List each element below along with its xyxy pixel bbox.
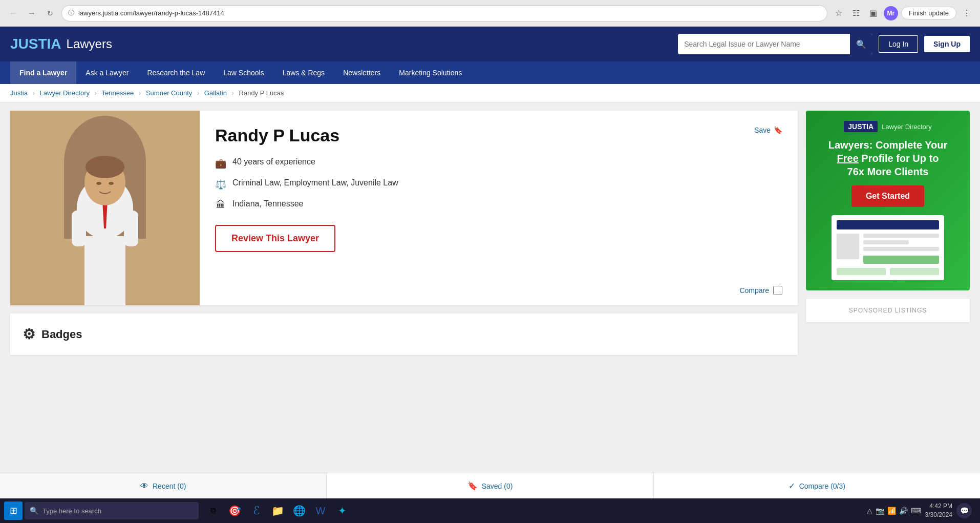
nav-research-law[interactable]: Research the Law bbox=[138, 61, 214, 84]
menu-icon[interactable]: ⋮ bbox=[960, 6, 974, 20]
sponsored-label: SPONSORED LISTINGS bbox=[814, 307, 962, 314]
taskbar-app-edge[interactable]: ℰ bbox=[246, 500, 266, 521]
nav-newsletters[interactable]: Newsletters bbox=[334, 61, 390, 84]
refresh-button[interactable]: ↻ bbox=[43, 6, 57, 20]
breadcrumb-sep-1: › bbox=[33, 89, 35, 97]
sponsored-listings-card: SPONSORED LISTINGS bbox=[806, 299, 970, 322]
practice-areas-text: Criminal Law, Employment Law, Juvenile L… bbox=[232, 178, 398, 187]
mockup-cta-line bbox=[863, 256, 939, 264]
ad-banner: JUSTIA Lawyer Directory Lawyers: Complet… bbox=[806, 111, 970, 290]
breadcrumb-gallatin[interactable]: Gallatin bbox=[204, 89, 227, 97]
address-bar[interactable]: ⓘ lawyers.justia.com/lawyer/randy-p-luca… bbox=[61, 5, 827, 22]
ad-headline-line1: Lawyers: Complete Your bbox=[828, 139, 948, 151]
lawyer-name: Randy P Lucas bbox=[215, 126, 782, 145]
nav-law-schools[interactable]: Law Schools bbox=[214, 61, 273, 84]
content-left: Randy P Lucas Save 🔖 💼 40 years of exper… bbox=[10, 111, 798, 355]
justia-logo-text: JUSTIA bbox=[10, 36, 61, 52]
sys-icon-3: 📶 bbox=[887, 507, 896, 515]
svg-point-7 bbox=[96, 182, 101, 185]
nav-laws-regs[interactable]: Laws & Regs bbox=[273, 61, 334, 84]
compare-checkbox[interactable] bbox=[773, 286, 782, 295]
search-button[interactable]: 🔍 bbox=[850, 34, 872, 54]
mockup-line-1 bbox=[863, 234, 939, 238]
tab-recent-label: Recent (0) bbox=[153, 482, 186, 490]
main-nav: Find a Lawyer Ask a Lawyer Research the … bbox=[0, 61, 980, 84]
badges-title: Badges bbox=[41, 328, 82, 341]
practice-areas-row: ⚖️ Criminal Law, Employment Law, Juvenil… bbox=[215, 178, 782, 190]
mockup-line-2 bbox=[863, 240, 909, 244]
nav-ask-lawyer[interactable]: Ask a Lawyer bbox=[76, 61, 138, 84]
get-started-button[interactable]: Get Started bbox=[851, 185, 924, 207]
url-display: lawyers.justia.com/lawyer/randy-p-lucas-… bbox=[78, 9, 821, 17]
breadcrumb-justia[interactable]: Justia bbox=[10, 89, 28, 97]
taskbar-search[interactable]: 🔍 Type here to search bbox=[25, 502, 199, 519]
search-input[interactable] bbox=[678, 40, 850, 48]
ad-justia-logo: JUSTIA bbox=[844, 121, 878, 132]
ad-headline: Lawyers: Complete Your Free Profile for … bbox=[816, 138, 960, 178]
finish-update-button[interactable]: Finish update bbox=[901, 7, 956, 19]
tab-compare-label: Compare (0/3) bbox=[799, 482, 845, 490]
bookmark-icon[interactable]: ☆ bbox=[832, 6, 846, 20]
compare-icon: ✓ bbox=[789, 481, 795, 491]
breadcrumb-tennessee[interactable]: Tennessee bbox=[101, 89, 134, 97]
taskbar-search-icon: 🔍 bbox=[30, 507, 38, 515]
profile-avatar[interactable]: Mr bbox=[884, 6, 898, 20]
taskbar-app-chrome[interactable]: 🌐 bbox=[289, 500, 309, 521]
nav-find-lawyer[interactable]: Find a Lawyer bbox=[10, 61, 76, 84]
review-button[interactable]: Review This Lawyer bbox=[215, 225, 335, 252]
svg-rect-11 bbox=[84, 236, 125, 305]
svg-rect-10 bbox=[124, 211, 138, 246]
save-button[interactable]: Save 🔖 bbox=[754, 126, 782, 134]
taskbar-app-files[interactable]: 📁 bbox=[267, 500, 288, 521]
compare-label: Compare bbox=[739, 286, 769, 295]
start-button[interactable]: ⊞ bbox=[4, 501, 23, 520]
taskbar-apps: ⧉ 🎯 ℰ 📁 🌐 W ✦ bbox=[203, 500, 352, 521]
lawyer-photo-placeholder bbox=[10, 111, 200, 305]
tab-search-icon[interactable]: ☷ bbox=[849, 6, 863, 20]
sys-icon-1: △ bbox=[867, 507, 872, 515]
breadcrumb-sumner-county[interactable]: Sumner County bbox=[146, 89, 192, 97]
tab-saved[interactable]: 🔖 Saved (0) bbox=[327, 473, 653, 498]
lawyer-photo bbox=[10, 111, 200, 305]
sys-icons: △ 📷 📶 🔊 ⌨ bbox=[867, 507, 921, 515]
nav-marketing[interactable]: Marketing Solutions bbox=[390, 61, 471, 84]
content-right: JUSTIA Lawyer Directory Lawyers: Complet… bbox=[806, 111, 970, 355]
compare-row[interactable]: Compare bbox=[739, 286, 782, 295]
taskbar-app-emoji[interactable]: 🎯 bbox=[224, 500, 245, 521]
sys-icon-5: ⌨ bbox=[911, 507, 921, 515]
bookmark-icon: 🔖 bbox=[774, 126, 782, 134]
split-screen-icon[interactable]: ▣ bbox=[866, 6, 881, 20]
ad-free-text: Free bbox=[837, 153, 859, 164]
taskbar: ⊞ 🔍 Type here to search ⧉ 🎯 ℰ 📁 🌐 W ✦ △ … bbox=[0, 498, 980, 523]
saved-icon: 🔖 bbox=[467, 481, 478, 491]
tab-recent[interactable]: 👁 Recent (0) bbox=[0, 473, 327, 498]
taskbar-clock: 4:42 PM 3/30/2024 bbox=[925, 502, 952, 519]
ad-dir-label: Lawyer Directory bbox=[882, 123, 932, 131]
taskbar-time: 4:42 PM bbox=[925, 502, 952, 511]
breadcrumb-sep-5: › bbox=[232, 89, 234, 97]
breadcrumb: Justia › Lawyer Directory › Tennessee › … bbox=[0, 84, 980, 102]
browser-chrome: ← → ↻ ⓘ lawyers.justia.com/lawyer/randy-… bbox=[0, 0, 980, 27]
briefcase-icon: 💼 bbox=[215, 158, 226, 169]
login-button[interactable]: Log In bbox=[879, 35, 918, 53]
breadcrumb-lawyer-directory[interactable]: Lawyer Directory bbox=[40, 89, 90, 97]
main-content: Randy P Lucas Save 🔖 💼 40 years of exper… bbox=[0, 102, 980, 363]
taskbar-app-word[interactable]: W bbox=[310, 500, 331, 521]
experience-text: 40 years of experience bbox=[232, 157, 315, 166]
forward-button[interactable]: → bbox=[25, 6, 39, 20]
badge-sun-icon: ⚙ bbox=[23, 326, 35, 343]
breadcrumb-current: Randy P Lucas bbox=[239, 89, 284, 97]
back-button[interactable]: ← bbox=[6, 6, 20, 20]
taskbar-app-task-view[interactable]: ⧉ bbox=[203, 500, 223, 521]
mockup-body bbox=[837, 234, 939, 264]
mockup-avatar bbox=[837, 234, 859, 259]
notification-button[interactable]: 💬 bbox=[956, 503, 972, 518]
tab-saved-label: Saved (0) bbox=[482, 482, 513, 490]
tab-compare[interactable]: ✓ Compare (0/3) bbox=[654, 473, 980, 498]
taskbar-app-other[interactable]: ✦ bbox=[332, 500, 352, 521]
sys-icon-4: 🔊 bbox=[899, 507, 908, 515]
site-logo[interactable]: JUSTIA Lawyers bbox=[10, 36, 112, 52]
header-search-bar[interactable]: 🔍 bbox=[678, 34, 872, 54]
signup-button[interactable]: Sign Up bbox=[924, 36, 970, 52]
sys-icon-2: 📷 bbox=[876, 507, 884, 515]
